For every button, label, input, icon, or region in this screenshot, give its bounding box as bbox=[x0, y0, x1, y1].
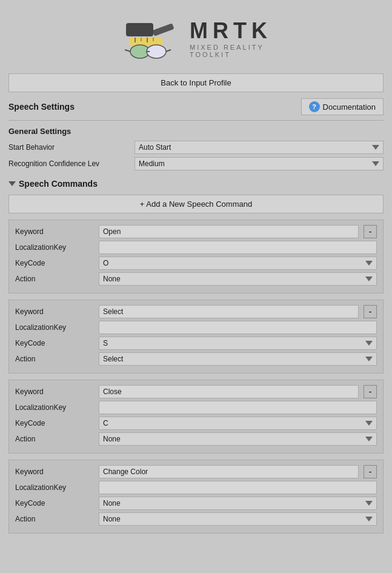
action-select-2[interactable]: None Select bbox=[99, 432, 377, 446]
keyword-label-1: Keyword bbox=[15, 307, 94, 316]
action-label-1: Action bbox=[15, 355, 94, 363]
command-keyword-row-0: Keyword - bbox=[15, 225, 377, 238]
logo-title: MRTK bbox=[190, 18, 272, 44]
start-behavior-select[interactable]: Auto Start Manual Start bbox=[135, 141, 384, 154]
command-action-row-2: Action None Select bbox=[15, 432, 377, 446]
main-content: Back to Input Profile Speech Settings ? … bbox=[0, 73, 392, 552]
remove-button-1[interactable]: - bbox=[364, 305, 377, 318]
localization-label-2: LocalizationKey bbox=[15, 403, 94, 412]
section-header-row: Speech Settings ? Documentation bbox=[8, 98, 384, 115]
recognition-confidence-label: Recognition Confidence Lev bbox=[8, 159, 130, 168]
command-card-select: Keyword - LocalizationKey KeyCode S Acti… bbox=[8, 300, 384, 374]
start-behavior-row: Start Behavior Auto Start Manual Start bbox=[8, 141, 384, 154]
action-label-0: Action bbox=[15, 275, 94, 283]
localization-label-1: LocalizationKey bbox=[15, 323, 94, 332]
command-action-row-3: Action None Select bbox=[15, 512, 377, 526]
keycode-label-3: KeyCode bbox=[15, 499, 94, 508]
action-select-3[interactable]: None Select bbox=[99, 512, 377, 526]
command-localization-row-3: LocalizationKey bbox=[15, 481, 377, 494]
svg-line-9 bbox=[125, 50, 130, 52]
localization-label-3: LocalizationKey bbox=[15, 483, 94, 492]
command-keycode-row-0: KeyCode O bbox=[15, 256, 377, 270]
speech-settings-title: Speech Settings bbox=[8, 102, 75, 112]
action-select-1[interactable]: None Select bbox=[99, 352, 377, 366]
remove-button-0[interactable]: - bbox=[364, 225, 377, 238]
keycode-label-2: KeyCode bbox=[15, 419, 94, 427]
speech-commands-title: Speech Commands bbox=[8, 179, 384, 189]
recognition-confidence-row: Recognition Confidence Lev Low Medium Hi… bbox=[8, 157, 384, 170]
command-card-change-color: Keyword - LocalizationKey KeyCode None A… bbox=[8, 460, 384, 534]
command-card-close: Keyword - LocalizationKey KeyCode C Acti… bbox=[8, 380, 384, 454]
back-to-input-profile-button[interactable]: Back to Input Profile bbox=[8, 73, 384, 92]
logo-text: MRTK MIXED REALITY TOOLKIT bbox=[190, 18, 272, 58]
doc-icon: ? bbox=[309, 101, 320, 112]
remove-button-2[interactable]: - bbox=[364, 385, 377, 398]
command-keycode-row-3: KeyCode None bbox=[15, 497, 377, 510]
keycode-select-0[interactable]: O bbox=[99, 256, 377, 270]
keycode-select-3[interactable]: None bbox=[99, 497, 377, 510]
command-localization-row-0: LocalizationKey bbox=[15, 241, 377, 254]
remove-button-3[interactable]: - bbox=[364, 465, 377, 478]
keycode-label-0: KeyCode bbox=[15, 259, 94, 267]
command-keycode-row-1: KeyCode S bbox=[15, 337, 377, 350]
command-action-row-1: Action None Select bbox=[15, 352, 377, 366]
keyword-label-0: Keyword bbox=[15, 227, 94, 236]
keyword-label-2: Keyword bbox=[15, 387, 94, 396]
command-keyword-row-2: Keyword - bbox=[15, 385, 377, 398]
svg-rect-0 bbox=[152, 23, 174, 36]
command-keyword-row-3: Keyword - bbox=[15, 465, 377, 478]
keycode-select-2[interactable]: C bbox=[99, 417, 377, 430]
action-label-2: Action bbox=[15, 435, 94, 443]
logo-subtitle2: TOOLKIT bbox=[190, 51, 272, 58]
triangle-icon bbox=[8, 181, 16, 186]
keyword-input-1[interactable] bbox=[99, 305, 359, 318]
header: MRTK MIXED REALITY TOOLKIT bbox=[0, 0, 392, 73]
keyword-input-3[interactable] bbox=[99, 465, 359, 478]
documentation-button[interactable]: ? Documentation bbox=[301, 98, 384, 115]
doc-btn-label: Documentation bbox=[323, 102, 376, 112]
speech-commands-section: Speech Commands + Add a New Speech Comma… bbox=[8, 179, 384, 534]
command-localization-row-1: LocalizationKey bbox=[15, 321, 377, 334]
localization-input-1[interactable] bbox=[99, 321, 377, 334]
keycode-label-1: KeyCode bbox=[15, 339, 94, 347]
command-localization-row-2: LocalizationKey bbox=[15, 401, 377, 414]
localization-input-3[interactable] bbox=[99, 481, 377, 494]
svg-line-10 bbox=[166, 50, 171, 52]
divider bbox=[8, 120, 384, 121]
localization-input-0[interactable] bbox=[99, 241, 377, 254]
keyword-label-3: Keyword bbox=[15, 467, 94, 476]
keycode-select-1[interactable]: S bbox=[99, 337, 377, 350]
recognition-confidence-select[interactable]: Low Medium High bbox=[135, 157, 384, 170]
localization-input-2[interactable] bbox=[99, 401, 377, 414]
logo-subtitle1: MIXED REALITY bbox=[190, 44, 272, 51]
general-settings-title: General Settings bbox=[8, 127, 384, 136]
action-label-3: Action bbox=[15, 515, 94, 523]
keyword-input-2[interactable] bbox=[99, 385, 359, 398]
action-select-0[interactable]: None Select bbox=[99, 272, 377, 286]
command-card-open: Keyword - LocalizationKey KeyCode O Acti… bbox=[8, 219, 384, 293]
start-behavior-label: Start Behavior bbox=[8, 143, 130, 152]
command-action-row-0: Action None Select bbox=[15, 272, 377, 286]
command-keycode-row-2: KeyCode C bbox=[15, 417, 377, 430]
logo-image bbox=[120, 12, 178, 64]
keyword-input-0[interactable] bbox=[99, 225, 359, 238]
localization-label-0: LocalizationKey bbox=[15, 243, 94, 252]
command-keyword-row-1: Keyword - bbox=[15, 305, 377, 318]
svg-rect-1 bbox=[126, 23, 153, 36]
add-speech-command-button[interactable]: + Add a New Speech Command bbox=[8, 195, 384, 213]
